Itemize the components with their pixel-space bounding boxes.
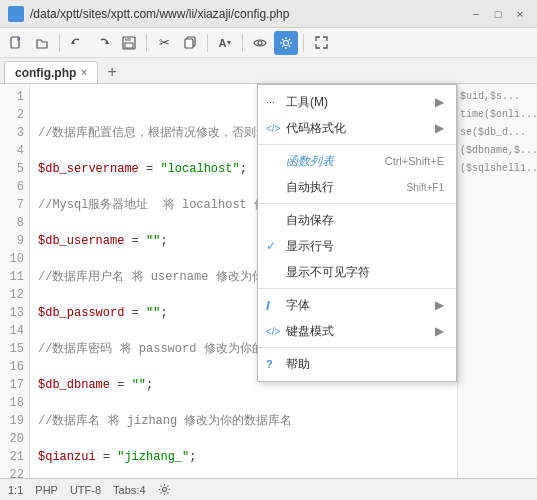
- preview-button[interactable]: [248, 31, 272, 55]
- right-line: time($onli...: [460, 106, 535, 124]
- maximize-button[interactable]: □: [489, 5, 507, 23]
- line-num: 11: [0, 268, 24, 286]
- status-bar: 1:1 PHP UTF-8 Tabs:4: [0, 478, 537, 500]
- line-num: 9: [0, 232, 24, 250]
- svg-point-10: [162, 488, 166, 492]
- line-num: 8: [0, 214, 24, 232]
- menu-item-show-line-num[interactable]: ✓ 显示行号: [258, 233, 456, 259]
- menu-sep-2: [258, 203, 456, 204]
- right-line: ($sqlshell1...: [460, 160, 535, 178]
- redo-button[interactable]: [91, 31, 115, 55]
- menu-item-code-format[interactable]: </> 代码格式化 ▶: [258, 115, 456, 141]
- font-icon: I: [266, 298, 270, 313]
- status-charset[interactable]: UTF-8: [70, 484, 101, 496]
- code-icon: </>: [266, 123, 280, 134]
- toolbar-sep-4: [242, 34, 243, 52]
- right-line: se($db_d...: [460, 124, 535, 142]
- keyboard-icon: </>: [266, 326, 280, 337]
- line-num: 14: [0, 322, 24, 340]
- line-num: 20: [0, 430, 24, 448]
- line-num: 3: [0, 124, 24, 142]
- find-button[interactable]: A ▾: [213, 31, 237, 55]
- arrow-icon: ▶: [435, 324, 444, 338]
- menu-item-auto-run[interactable]: 自动执行 Shift+F1: [258, 174, 456, 200]
- toolbar: ✂ A ▾: [0, 28, 537, 58]
- menu-sep-3: [258, 288, 456, 289]
- svg-point-9: [284, 40, 289, 45]
- save-button[interactable]: [117, 31, 141, 55]
- menu-item-keyboard-mode[interactable]: </> 键盘模式 ▶: [258, 318, 456, 344]
- line-numbers: 1 2 3 4 5 6 7 8 9 10 11 12 13 14 15 16 1…: [0, 84, 30, 478]
- undo-button[interactable]: [65, 31, 89, 55]
- menu-item-label: 帮助: [286, 356, 310, 373]
- menu-item-auto-save[interactable]: 自动保存: [258, 207, 456, 233]
- line-num: 6: [0, 178, 24, 196]
- cut-button[interactable]: ✂: [152, 31, 176, 55]
- position-label: 1:1: [8, 484, 23, 496]
- new-file-button[interactable]: [4, 31, 28, 55]
- svg-rect-7: [185, 39, 193, 48]
- charset-label: UTF-8: [70, 484, 101, 496]
- open-file-button[interactable]: [30, 31, 54, 55]
- right-line: $uid,$s...: [460, 88, 535, 106]
- status-position: 1:1: [8, 484, 23, 496]
- settings-gear-button[interactable]: [274, 31, 298, 55]
- arrow-icon: ▶: [435, 95, 444, 109]
- help-icon: ?: [266, 358, 273, 370]
- copy-button[interactable]: [178, 31, 202, 55]
- title-text: /data/xptt/sites/xptt.com/www/li/xiazaji…: [30, 7, 467, 21]
- menu-item-function-list[interactable]: 函数列表 Ctrl+Shift+E: [258, 148, 456, 174]
- new-tab-button[interactable]: +: [101, 61, 123, 83]
- toolbar-sep-5: [303, 34, 304, 52]
- minimize-button[interactable]: −: [467, 5, 485, 23]
- toolbar-sep-2: [146, 34, 147, 52]
- line-num: 10: [0, 250, 24, 268]
- filetype-label: PHP: [35, 484, 58, 496]
- status-tabs[interactable]: Tabs:4: [113, 484, 145, 496]
- menu-sep-4: [258, 347, 456, 348]
- close-button[interactable]: ×: [511, 5, 529, 23]
- status-filetype[interactable]: PHP: [35, 484, 58, 496]
- tab-bar: config.php × +: [0, 58, 537, 84]
- menu-sep-1: [258, 144, 456, 145]
- tab-config-php[interactable]: config.php ×: [4, 61, 98, 83]
- menu-item-help[interactable]: ? 帮助: [258, 351, 456, 377]
- line-num: 2: [0, 106, 24, 124]
- arrow-icon: ▶: [435, 121, 444, 135]
- code-line-10: //数据库名 将 jizhang 修改为你的数据库名: [38, 412, 449, 430]
- tab-close-button[interactable]: ×: [81, 67, 87, 78]
- line-num: 4: [0, 142, 24, 160]
- line-num: 13: [0, 304, 24, 322]
- menu-item-label: 键盘模式: [286, 323, 334, 340]
- toolbar-sep-3: [207, 34, 208, 52]
- menu-item-label: 显示不可见字符: [286, 264, 370, 281]
- menu-item-font[interactable]: I 字体 ▶: [258, 292, 456, 318]
- code-line-11: $qianzui = "jizhang_";: [38, 448, 449, 466]
- menu-item-label: 自动保存: [286, 212, 334, 229]
- app-icon: [8, 6, 24, 22]
- tools-icon: ···: [266, 96, 275, 108]
- title-bar: /data/xptt/sites/xptt.com/www/li/xiazaji…: [0, 0, 537, 28]
- line-num: 17: [0, 376, 24, 394]
- svg-rect-4: [125, 37, 131, 41]
- shortcut-label: Shift+F1: [406, 182, 444, 193]
- menu-item-label: 代码格式化: [286, 120, 346, 137]
- menu-item-label: 工具(M): [286, 94, 328, 111]
- line-num: 18: [0, 394, 24, 412]
- settings-dropdown-menu: ··· 工具(M) ▶ </> 代码格式化 ▶ 函数列表 Ctrl+Shift+…: [257, 84, 457, 382]
- right-line: ($dbname,$...: [460, 142, 535, 160]
- fullscreen-button[interactable]: [309, 31, 333, 55]
- status-settings-icon[interactable]: [158, 483, 171, 496]
- arrow-icon: ▶: [435, 298, 444, 312]
- line-num: 15: [0, 340, 24, 358]
- menu-item-label: 函数列表: [286, 153, 334, 170]
- menu-item-tools[interactable]: ··· 工具(M) ▶: [258, 89, 456, 115]
- menu-item-show-invisible[interactable]: 显示不可见字符: [258, 259, 456, 285]
- menu-item-label: 字体: [286, 297, 310, 314]
- main-area: 1 2 3 4 5 6 7 8 9 10 11 12 13 14 15 16 1…: [0, 84, 537, 478]
- menu-item-label: 显示行号: [286, 238, 334, 255]
- menu-item-label: 自动执行: [286, 179, 334, 196]
- tabs-label: Tabs:4: [113, 484, 145, 496]
- line-num: 21: [0, 448, 24, 466]
- toolbar-sep-1: [59, 34, 60, 52]
